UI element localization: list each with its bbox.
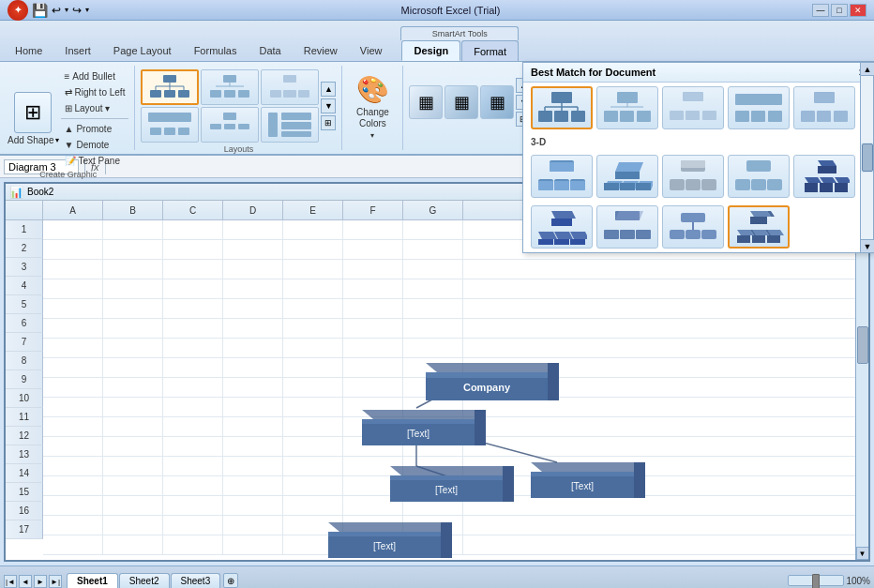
- cell-D1[interactable]: [223, 220, 283, 239]
- scroll-down-button[interactable]: ▼: [856, 547, 869, 560]
- row-header-15[interactable]: 15: [6, 483, 43, 502]
- layout-button[interactable]: ⊞ Layout ▾: [61, 101, 129, 115]
- panel-thumb-3[interactable]: [662, 86, 724, 129]
- sheet-nav-next[interactable]: ►: [34, 575, 47, 588]
- tab-formulas[interactable]: Formulas: [183, 40, 249, 61]
- panel-3d-thumb-2[interactable]: [596, 155, 658, 198]
- row-header-13[interactable]: 13: [6, 445, 43, 464]
- row-header-17[interactable]: 17: [6, 520, 43, 539]
- panel-scroll-up[interactable]: ▲: [861, 63, 874, 76]
- row-header-6[interactable]: 6: [6, 314, 43, 333]
- row-header-3[interactable]: 3: [6, 258, 43, 277]
- cell-A2[interactable]: [43, 240, 103, 259]
- panel-thumb-4[interactable]: [728, 86, 790, 129]
- office-button[interactable]: ✦: [8, 0, 28, 21]
- tab-page-layout[interactable]: Page Layout: [102, 40, 183, 61]
- col-header-C[interactable]: C: [163, 201, 223, 219]
- minimize-button[interactable]: —: [812, 4, 829, 17]
- sheet-tab-sheet3[interactable]: Sheet3: [171, 573, 221, 588]
- demote-button[interactable]: ▼ Demote: [61, 138, 129, 152]
- text-pane-button[interactable]: 📝 Text Pane: [61, 154, 129, 168]
- scrollbar-thumb[interactable]: [857, 326, 868, 364]
- redo-button[interactable]: ↪: [72, 4, 82, 17]
- svg-rect-18: [298, 90, 309, 98]
- row-header-8[interactable]: 8: [6, 352, 43, 370]
- right-to-left-button[interactable]: ⇄ Right to Left: [61, 85, 129, 99]
- col-header-B[interactable]: B: [103, 201, 163, 219]
- row-header-4[interactable]: 4: [6, 277, 43, 295]
- panel-bottom-thumb-2[interactable]: [596, 205, 658, 249]
- cell-F1[interactable]: [343, 220, 403, 239]
- promote-button[interactable]: ▲ Promote: [61, 122, 129, 136]
- maximize-button[interactable]: □: [831, 4, 848, 17]
- layout-scroll-up[interactable]: ▲: [321, 82, 336, 97]
- layout-thumb-2[interactable]: [201, 69, 259, 105]
- cell-A1[interactable]: [43, 220, 103, 239]
- cell-G1[interactable]: [403, 220, 463, 239]
- sheet-nav-first[interactable]: |◄: [4, 575, 17, 588]
- panel-3d-thumb-1[interactable]: [531, 155, 593, 198]
- col-header-A[interactable]: A: [43, 201, 103, 219]
- add-bullet-button[interactable]: ≡ Add Bullet: [61, 69, 129, 83]
- add-shape-button[interactable]: Add Shape ▾: [8, 135, 59, 145]
- tab-review[interactable]: Review: [293, 40, 349, 61]
- panel-thumb-1[interactable]: [531, 86, 593, 129]
- change-colors-button[interactable]: 🎨 ChangeColors ▾: [348, 70, 397, 143]
- zoom-thumb[interactable]: [812, 574, 820, 588]
- sheet-nav-prev[interactable]: ◄: [19, 575, 32, 588]
- row-header-5[interactable]: 5: [6, 295, 43, 314]
- tab-view[interactable]: View: [349, 40, 394, 61]
- zoom-slider[interactable]: [788, 575, 844, 586]
- style-thumb-2[interactable]: ▦: [445, 85, 478, 119]
- panel-3d-thumb-3[interactable]: [662, 155, 724, 198]
- layout-thumb-3[interactable]: [261, 69, 319, 105]
- panel-bottom-thumb-3[interactable]: [662, 205, 724, 249]
- row-header-10[interactable]: 10: [6, 389, 43, 408]
- style-thumb-1[interactable]: ▦: [409, 85, 443, 119]
- layout-scroll-down[interactable]: ▼: [321, 98, 336, 113]
- panel-3d-thumb-4[interactable]: [728, 155, 790, 198]
- panel-3d-thumb-5[interactable]: [793, 155, 855, 198]
- tab-data[interactable]: Data: [248, 40, 292, 61]
- panel-scroll-down[interactable]: ▼: [861, 239, 874, 252]
- panel-thumb-2[interactable]: [596, 86, 658, 129]
- row-header-16[interactable]: 16: [6, 502, 43, 520]
- panel-bottom-thumb-1[interactable]: [531, 205, 593, 249]
- insert-sheet-button[interactable]: ⊕: [223, 573, 238, 588]
- tab-home[interactable]: Home: [4, 40, 53, 61]
- layout-thumb-5[interactable]: [201, 107, 259, 143]
- col-header-G[interactable]: G: [403, 201, 463, 219]
- cell-C1[interactable]: [163, 220, 223, 239]
- row-header-11[interactable]: 11: [6, 408, 43, 427]
- layout-scroll-more[interactable]: ⊞: [321, 115, 336, 130]
- row-header-1[interactable]: 1: [6, 220, 43, 239]
- tab-insert[interactable]: Insert: [53, 40, 102, 61]
- sheet-nav-last[interactable]: ►|: [49, 575, 62, 588]
- tab-format[interactable]: Format: [461, 40, 519, 61]
- close-button[interactable]: ✕: [850, 4, 866, 17]
- add-shape-icon[interactable]: ⊞: [14, 92, 52, 133]
- col-header-D[interactable]: D: [223, 201, 283, 219]
- col-header-E[interactable]: E: [283, 201, 343, 219]
- undo-dropdown[interactable]: ▾: [65, 6, 68, 14]
- layout-thumb-1[interactable]: [141, 69, 199, 105]
- panel-scroll-thumb[interactable]: [862, 143, 873, 172]
- layout-thumb-4[interactable]: [141, 107, 199, 143]
- row-header-9[interactable]: 9: [6, 370, 43, 389]
- row-header-12[interactable]: 12: [6, 427, 43, 445]
- cell-E1[interactable]: [283, 220, 343, 239]
- sheet-tab-sheet1[interactable]: Sheet1: [67, 573, 118, 588]
- panel-bottom-thumb-4[interactable]: [728, 205, 790, 249]
- row-header-2[interactable]: 2: [6, 239, 43, 258]
- style-thumb-3[interactable]: ▦: [480, 85, 514, 119]
- layout-thumb-6[interactable]: [261, 107, 319, 143]
- cell-B1[interactable]: [103, 220, 163, 239]
- row-header-14[interactable]: 14: [6, 464, 43, 483]
- sheet-tab-sheet2[interactable]: Sheet2: [119, 573, 170, 588]
- save-button[interactable]: 💾: [32, 3, 48, 18]
- panel-thumb-5[interactable]: [793, 86, 855, 129]
- tab-design[interactable]: Design: [401, 40, 460, 61]
- col-header-F[interactable]: F: [343, 201, 403, 219]
- row-header-7[interactable]: 7: [6, 333, 43, 352]
- undo-button[interactable]: ↩: [52, 4, 61, 17]
